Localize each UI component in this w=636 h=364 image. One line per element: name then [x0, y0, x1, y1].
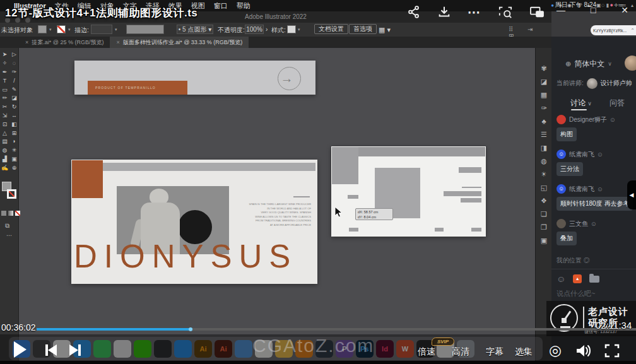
stroke-panel[interactable]: ☰	[541, 131, 547, 144]
canvas-pasteboard[interactable]: PRODUCT OF TEMPRANILLO → SPAIN IS THE TH…	[19, 48, 535, 364]
comments-panel[interactable]: ▣	[541, 237, 547, 250]
lasso-tool[interactable]: ◌	[13, 61, 16, 66]
tab2-close-icon[interactable]: ×	[116, 39, 119, 45]
opacity-input[interactable]: 100%	[245, 25, 264, 34]
blend-tool[interactable]: ◍	[3, 148, 8, 153]
style-caret-icon[interactable]: ▾	[298, 27, 300, 32]
width-tool[interactable]: ↔	[11, 113, 17, 119]
chat-avatar[interactable]	[556, 115, 566, 124]
share-icon[interactable]	[407, 5, 421, 19]
quality-button[interactable]: 高清	[452, 346, 469, 358]
chat-avatar[interactable]: ☺	[556, 150, 566, 159]
window-close-button[interactable]: ✕	[621, 5, 628, 15]
gradient-tool[interactable]: ▤	[2, 139, 8, 144]
basic-panel-icon[interactable]: ▦ ▾	[379, 26, 391, 34]
document-setup-button[interactable]: 文档设置	[314, 24, 348, 34]
artboards-panel[interactable]: ❏	[541, 210, 547, 223]
curvature-tool[interactable]: ✑	[12, 69, 17, 75]
eyedropper-tool[interactable]: ◗	[13, 139, 16, 144]
chat-input[interactable]: 说点什么吧~	[556, 289, 595, 298]
user-avatar[interactable]	[625, 56, 636, 71]
pen-tool[interactable]: ✒	[3, 69, 8, 75]
brush-preset-dropdown[interactable]: • 5 点圆形 ▾	[177, 25, 213, 34]
tab1-close-icon[interactable]: ×	[25, 39, 28, 45]
free-transform-tool[interactable]: ⊡	[3, 122, 8, 127]
episodes-button[interactable]: 选集	[515, 346, 533, 358]
style-swatch[interactable]	[287, 25, 296, 33]
magic-wand-tool[interactable]: ✧	[3, 61, 8, 66]
selection-tool[interactable]: ➤	[3, 52, 8, 57]
pencil-tool[interactable]: ✏	[3, 95, 8, 101]
rotate-tool[interactable]: ↻	[12, 104, 17, 110]
fullscreen-icon[interactable]	[604, 344, 620, 358]
stroke-weight-input[interactable]	[91, 25, 112, 34]
scissors-tool[interactable]: ✂	[3, 104, 8, 110]
fill-caret-icon[interactable]: ▾	[49, 27, 52, 32]
none-button[interactable]	[15, 211, 20, 216]
play-button[interactable]	[14, 341, 26, 358]
emoji-icon[interactable]: ☺	[556, 274, 565, 284]
preferences-button[interactable]: 首选项	[349, 24, 377, 34]
asset-export-panel[interactable]: ❐	[541, 223, 547, 237]
artboard-banner[interactable]: PRODUCT OF TEMPRANILLO →	[74, 61, 315, 95]
scale-tool[interactable]: ⇲	[3, 113, 8, 119]
download-icon[interactable]	[437, 5, 451, 19]
subtitles-button[interactable]: 字幕	[486, 346, 504, 358]
perspective-grid-tool[interactable]: △	[3, 131, 7, 136]
opacity-arrow-icon[interactable]: ›	[266, 26, 268, 33]
draw-mode-icon[interactable]: ⧉	[5, 222, 9, 230]
tab-discussion[interactable]: 讨论 ∨	[570, 98, 592, 109]
swatches-panel[interactable]: ▦	[541, 91, 547, 104]
menu-window[interactable]: 窗口	[214, 1, 228, 11]
previous-episode-button[interactable]	[45, 344, 57, 356]
zoom-tool[interactable]: ⊕	[12, 165, 17, 171]
stroke-weight-caret-icon[interactable]: ▾	[115, 27, 117, 32]
gradient-corner-panel[interactable]: ◪	[541, 78, 547, 91]
window-minimize-button[interactable]: —	[556, 5, 565, 15]
layers-panel[interactable]: ❖	[541, 197, 547, 210]
transparency-panel[interactable]: ◍	[541, 157, 547, 170]
symbols-panel[interactable]: ♣	[541, 117, 546, 131]
graph-tool[interactable]: ▟	[3, 156, 7, 162]
menu-help[interactable]: 帮助	[237, 1, 250, 11]
artboard-wireframe[interactable]: dX: 58.57 cm dY: 8.04 cm	[331, 146, 486, 237]
stroke-caret-icon[interactable]: ▾	[68, 27, 71, 32]
document-tab-1[interactable]: × 提案.ai* @ 25 % (RGB/预览)	[19, 37, 110, 48]
stroke-swatch[interactable]	[57, 25, 66, 33]
next-episode-button[interactable]	[69, 344, 81, 356]
my-location-button[interactable]: 我的位置 ◎	[556, 256, 590, 265]
rectangle-tool[interactable]: ▭	[2, 87, 8, 93]
share-page-icon[interactable]: ⌃	[630, 28, 635, 33]
line-tool[interactable]: /	[13, 78, 15, 84]
more-options-icon[interactable]: ⋯	[468, 8, 481, 16]
document-tab-2[interactable]: × 版面多样性训练作业.ai* @ 33.33 % (RGB/预览)	[110, 37, 249, 48]
direct-selection-tool[interactable]: ▷	[12, 52, 16, 57]
hand-tool[interactable]: ✍	[1, 165, 8, 171]
graphic-styles-panel[interactable]: ◱	[541, 184, 547, 197]
gradient-button[interactable]	[8, 211, 13, 216]
file-upload-icon[interactable]	[589, 276, 599, 283]
symbol-sprayer-tool[interactable]: ✳	[12, 148, 17, 153]
brushes-panel[interactable]: ✑	[541, 104, 546, 117]
type-tool[interactable]: T	[3, 78, 7, 84]
color-guide-panel[interactable]: ✾	[541, 64, 546, 78]
eraser-tool[interactable]: ◪	[11, 95, 17, 101]
tab-qa[interactable]: 问答	[610, 98, 625, 109]
paintbrush-tool[interactable]: ✎	[12, 87, 17, 93]
picture-in-picture-icon[interactable]	[529, 6, 545, 18]
screenshot-icon[interactable]	[498, 5, 513, 19]
volume-icon[interactable]	[575, 344, 592, 358]
color-button[interactable]	[1, 211, 6, 216]
appearance-panel[interactable]: ☀	[541, 170, 547, 184]
player-settings-icon[interactable]: ◎	[549, 343, 562, 358]
toolbar-more-icon[interactable]: ⋯	[6, 232, 13, 238]
artboard-dionysus[interactable]: SPAIN IS THE THIRD LARGEST WINE PRODUCER…	[71, 160, 317, 284]
image-upload-icon[interactable]: ▲	[573, 274, 582, 283]
playback-speed-button[interactable]: 倍速	[418, 346, 435, 358]
language-selector[interactable]: ⊕ 简体中文 ∨	[551, 57, 636, 71]
chat-avatar[interactable]: ☺	[556, 184, 566, 194]
chat-avatar[interactable]	[556, 219, 566, 228]
fill-swatch[interactable]	[38, 25, 47, 33]
shape-builder-tool[interactable]: ◧	[11, 122, 17, 127]
mesh-tool[interactable]: ⊞	[12, 131, 17, 136]
